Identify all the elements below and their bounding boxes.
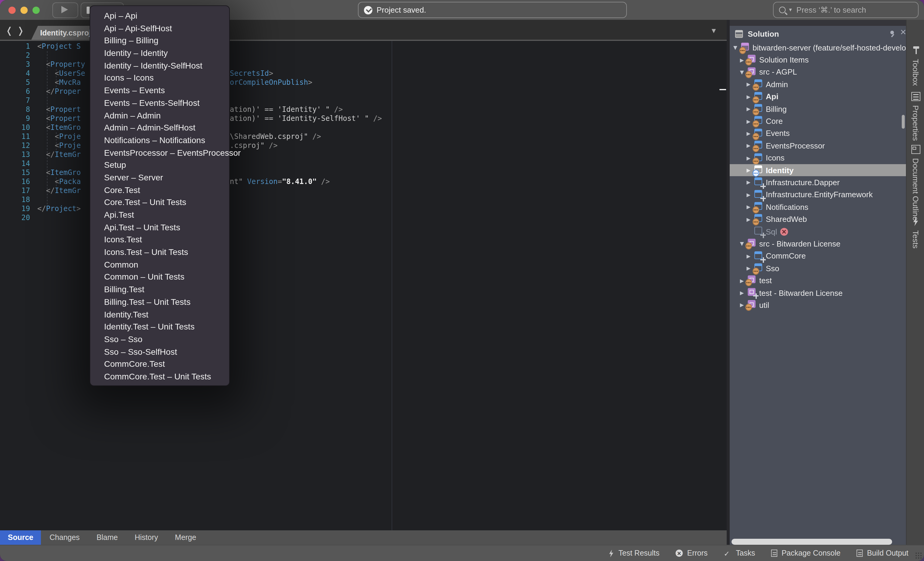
collapse-arrow-icon[interactable]: ▼ — [740, 241, 744, 247]
statusbar-item-tasks[interactable]: ✓Tasks — [723, 549, 755, 558]
menu-item-sso-sso[interactable]: Sso – Sso — [90, 333, 229, 346]
tree-row-billing[interactable]: ▶•••Billing — [730, 103, 906, 115]
menu-item-events-events-selfhost[interactable]: Events – Events-SelfHost — [90, 97, 229, 109]
resize-grip[interactable] — [915, 552, 922, 559]
window-zoom-button[interactable] — [33, 6, 40, 13]
statusbar-item-test-results[interactable]: Test Results — [608, 549, 659, 558]
expand-arrow-icon[interactable]: ▶ — [747, 180, 750, 186]
solution-horizontal-scrollbar[interactable] — [732, 539, 892, 545]
navigate-back-button[interactable]: ❬ — [5, 27, 13, 36]
dock-tab-tests[interactable]: Tests — [906, 217, 924, 248]
expand-arrow-icon[interactable]: ▶ — [747, 106, 750, 112]
menu-item-core-test-unit-tests[interactable]: Core.Test – Unit Tests — [90, 196, 229, 209]
menu-item-icons-icons[interactable]: Icons – Icons — [90, 72, 229, 84]
menu-item-commcore-test[interactable]: CommCore.Test — [90, 358, 229, 370]
menu-item-icons-test[interactable]: Icons.Test — [90, 233, 229, 246]
tree-row-solution-items[interactable]: ▶•••Solution Items — [730, 54, 906, 66]
tree-row-infrastructure-entityframework[interactable]: ▶Infrastructure.EntityFramework — [730, 188, 906, 201]
tree-row-commcore[interactable]: ▶CommCore — [730, 250, 906, 262]
view-tab-changes[interactable]: Changes — [41, 530, 88, 545]
dock-tab-document-outline[interactable]: Document Outline — [906, 145, 924, 221]
expand-arrow-icon[interactable]: ▶ — [747, 253, 750, 259]
menu-item-api-api[interactable]: Api – Api — [90, 10, 229, 22]
menu-item-common-unit-tests[interactable]: Common – Unit Tests — [90, 271, 229, 283]
expand-arrow-icon[interactable]: ▶ — [747, 143, 750, 149]
menu-item-setup[interactable]: Setup — [90, 159, 229, 171]
tree-row-src-agpl[interactable]: ▼•••src - AGPL — [730, 66, 906, 78]
tree-row-sql[interactable]: Sql✕ — [730, 226, 906, 238]
expand-arrow-icon[interactable]: ▶ — [747, 265, 750, 271]
expand-arrow-icon[interactable]: ▶ — [747, 118, 750, 124]
menu-item-core-test[interactable]: Core.Test — [90, 184, 229, 196]
tree-row-eventsprocessor[interactable]: ▶•••EventsProcessor — [730, 139, 906, 152]
dock-tab-toolbox[interactable]: Toolbox — [906, 46, 924, 86]
menu-item-identity-identity-selfhost[interactable]: Identity – Identity-SelfHost — [90, 60, 229, 72]
window-close-button[interactable] — [8, 6, 16, 13]
menu-item-events-events[interactable]: Events – Events — [90, 84, 229, 97]
menu-item-api-test-unit-tests[interactable]: Api.Test – Unit Tests — [90, 221, 229, 233]
tree-row-sso[interactable]: ▶•••Sso — [730, 262, 906, 274]
tree-row-util[interactable]: ▶•••util — [730, 299, 906, 311]
close-icon[interactable]: ✕ — [900, 28, 906, 37]
menu-item-server-server[interactable]: Server – Server — [90, 171, 229, 184]
run-button[interactable] — [52, 2, 78, 18]
global-search-input[interactable]: ▼ Press ‘⌘.’ to search — [773, 2, 919, 18]
expand-arrow-icon[interactable]: ▶ — [747, 94, 750, 100]
pin-icon[interactable] — [889, 30, 896, 37]
tree-row-test-bitwarden-license[interactable]: ▶test - Bitwarden License — [730, 287, 906, 299]
window-minimize-button[interactable] — [21, 6, 28, 13]
solution-vertical-scrollbar[interactable] — [902, 115, 905, 129]
menu-item-common[interactable]: Common — [90, 259, 229, 271]
pane-splitter[interactable] — [727, 20, 730, 561]
view-tab-blame[interactable]: Blame — [88, 530, 126, 545]
menu-item-sso-sso-selfhost[interactable]: Sso – Sso-SelfHost — [90, 346, 229, 358]
menu-item-eventsprocessor-eventsprocessor[interactable]: EventsProcessor – EventsProcessor — [90, 147, 229, 159]
expand-arrow-icon[interactable]: ▶ — [747, 81, 750, 87]
expand-arrow-icon[interactable]: ▶ — [747, 130, 750, 136]
dock-tab-properties[interactable]: Properties — [906, 92, 924, 141]
statusbar-item-package-console[interactable]: Package Console — [771, 549, 840, 557]
menu-item-billing-test[interactable]: Billing.Test — [90, 283, 229, 296]
menu-item-admin-admin-selfhost[interactable]: Admin – Admin-SelfHost — [90, 121, 229, 134]
menu-item-admin-admin[interactable]: Admin – Admin — [90, 109, 229, 121]
navigate-forward-button[interactable]: ❭ — [17, 27, 24, 36]
menu-item-billing-test-unit-tests[interactable]: Billing.Test – Unit Tests — [90, 296, 229, 308]
expand-arrow-icon[interactable]: ▶ — [747, 167, 750, 173]
tree-row-admin[interactable]: ▶•••Admin — [730, 78, 906, 90]
tree-row-src-bitwarden-license[interactable]: ▼•••src - Bitwarden License — [730, 238, 906, 250]
tree-row-test[interactable]: ▶•••test — [730, 274, 906, 287]
expand-arrow-icon[interactable]: ▶ — [747, 216, 750, 222]
tree-row-events[interactable]: ▶•••Events — [730, 127, 906, 139]
tab-overflow-dropdown-icon[interactable]: ▼ — [712, 28, 716, 34]
view-tab-merge[interactable]: Merge — [166, 530, 205, 545]
collapse-arrow-icon[interactable]: ▼ — [733, 45, 737, 51]
tree-row-api[interactable]: ▶•••Api — [730, 90, 906, 103]
expand-arrow-icon[interactable]: ▶ — [740, 277, 744, 284]
expand-arrow-icon[interactable]: ▶ — [747, 155, 750, 161]
menu-item-icons-test-unit-tests[interactable]: Icons.Test – Unit Tests — [90, 246, 229, 258]
tree-row-core[interactable]: ▶•••Core — [730, 115, 906, 127]
tree-row-identity[interactable]: ▶•••Identity — [730, 164, 906, 177]
statusbar-item-errors[interactable]: ✕Errors — [675, 549, 707, 557]
menu-item-commcore-test-unit-tests[interactable]: CommCore.Test – Unit Tests — [90, 370, 229, 383]
menu-item-billing-billing[interactable]: Billing – Billing — [90, 34, 229, 47]
menu-item-identity-test-unit-tests[interactable]: Identity.Test – Unit Tests — [90, 320, 229, 333]
expand-arrow-icon[interactable]: ▶ — [740, 302, 744, 308]
tree-row-icons[interactable]: ▶•••Icons — [730, 152, 906, 164]
expand-arrow-icon[interactable]: ▶ — [740, 290, 744, 296]
tree-row-notifications[interactable]: ▶•••Notifications — [730, 201, 906, 213]
menu-item-api-api-selfhost[interactable]: Api – Api-SelfHost — [90, 22, 229, 34]
tree-row-bitwarden-server-feature-self-hosted-development-[interactable]: ▼•••bitwarden-server (feature/self-hoste… — [730, 42, 906, 54]
expand-arrow-icon[interactable]: ▶ — [747, 192, 750, 198]
view-tab-history[interactable]: History — [126, 530, 166, 545]
menu-item-api-test[interactable]: Api.Test — [90, 209, 229, 221]
menu-item-notifications-notifications[interactable]: Notifications – Notifications — [90, 134, 229, 147]
statusbar-item-build-output[interactable]: Build Output — [856, 549, 908, 557]
collapse-arrow-icon[interactable]: ▼ — [740, 69, 744, 75]
tree-row-infrastructure-dapper[interactable]: ▶Infrastructure.Dapper — [730, 177, 906, 189]
expand-arrow-icon[interactable]: ▶ — [747, 204, 750, 210]
expand-arrow-icon[interactable]: ▶ — [740, 57, 744, 63]
menu-item-identity-test[interactable]: Identity.Test — [90, 308, 229, 320]
tree-row-sharedweb[interactable]: ▶•••SharedWeb — [730, 213, 906, 226]
view-tab-source[interactable]: Source — [0, 530, 41, 545]
